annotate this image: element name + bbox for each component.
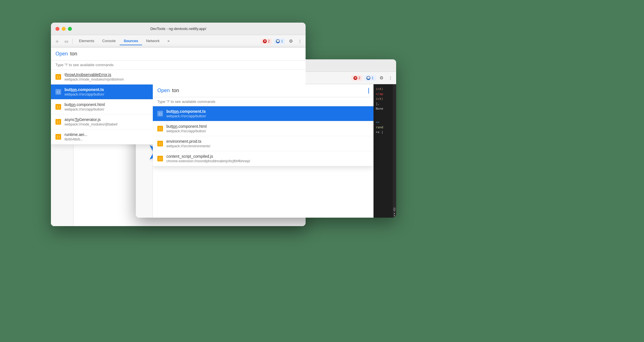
fg-cp-item-path-4: chrome-extension://noondiphcddnnabmjcihc… (166, 159, 250, 163)
bg-device-icon[interactable]: ▭ (62, 37, 70, 45)
bg-cp-item-info-2: button.component.ts webpack:///src/app/b… (65, 87, 104, 96)
fg-scrollbar[interactable]: ▲ ▼ (393, 84, 396, 218)
bg-close-button[interactable] (55, 27, 59, 31)
bg-cp-item-info-3: button.component.html webpack:///src/app… (65, 102, 105, 111)
fg-code-text-8: +x | (376, 130, 383, 135)
bg-titlebar: DevTools - ng-devtools.netlify.app/ (51, 23, 306, 35)
bg-cp-file-icon-1: { } (55, 74, 61, 80)
bg-minimize-button[interactable] (62, 27, 66, 31)
bg-cp-item-name-3: button.component.html (65, 102, 105, 107)
fg-more-button[interactable]: ⋮ (387, 74, 394, 82)
bg-cp-item-1[interactable]: { } throwUnobservableError.js webpack://… (51, 70, 306, 85)
bg-msg-icon: 💬 (276, 39, 280, 43)
fg-cp-item-info-3: environment.prod.ts webpack:///src/envir… (166, 139, 210, 148)
fg-code-line-5: None (376, 106, 394, 111)
fg-cp-item-1[interactable]: { } button.component.ts webpack:///src/a… (153, 106, 373, 121)
bg-cp-match-4: To (75, 117, 79, 122)
bg-nav-tabs: Elements Console Sources Network » (75, 37, 259, 45)
fg-scroll-up-icon[interactable]: ▲ (394, 212, 395, 215)
fg-cp-item-name-3: environment.prod.ts (166, 139, 210, 144)
bg-cp-file-icon-4: { } (55, 119, 61, 125)
bg-message-badge[interactable]: 💬 1 (274, 38, 285, 44)
fg-cp-item-path-2: webpack:///src/app/button/ (166, 129, 207, 133)
bg-cp-match-1: hrowUnobservableError.js (66, 72, 111, 77)
fg-code-text-5: None (376, 106, 383, 111)
bg-cp-hint: Type '?' to see available commands (51, 60, 306, 70)
fg-cp-hint: Type '?' to see available commands (153, 97, 373, 106)
fg-cp-item-name-4: content_script_compiled.js (166, 154, 250, 159)
bg-cp-item-info-4: asyncToGenerator.js webpack:///node_modu… (65, 117, 118, 126)
fg-code-line-8: +x | (376, 130, 394, 135)
fg-message-badge[interactable]: 💬 1 (364, 75, 376, 81)
fg-cp-input[interactable] (172, 88, 366, 94)
bg-cp-input[interactable] (70, 51, 301, 57)
bg-error-count: 2 (268, 39, 270, 43)
fg-code-line-6: => (376, 120, 394, 125)
fg-content-area: ick) </ap ick) ], None => rand +x | ▲ ▼ (153, 84, 396, 218)
bg-cp-item-path-5: lib/bh4tb/b... (65, 137, 87, 141)
fg-cp-match-1: ton (173, 109, 179, 114)
bg-tab-elements[interactable]: Elements (75, 37, 98, 45)
fg-code-text-7: rand (376, 125, 383, 130)
fg-error-icon: ✕ (353, 76, 357, 80)
bg-more-button[interactable]: ⋮ (297, 37, 303, 45)
bg-error-badge[interactable]: ✕ 2 (261, 38, 272, 44)
bg-window-title: DevTools - ng-devtools.netlify.app/ (150, 27, 206, 31)
bg-toolbar: ⊹ ▭ Elements Console Sources Network » ✕… (51, 35, 306, 47)
fg-cp-file-icon-3: { } (157, 141, 163, 146)
fg-cp-item-info-2: button.component.html webpack:///src/app… (166, 124, 207, 133)
fg-code-area: ick) </ap ick) ], None => rand +x | ▲ ▼ (373, 84, 396, 218)
bg-cp-item-path-1: webpack:///node_modules/rxjs/dist/esm (65, 77, 124, 81)
fg-cp-item-path-1: webpack:///src/app/button/ (166, 114, 206, 118)
fg-error-badge[interactable]: ✕ 2 (351, 75, 363, 81)
bg-cp-label: Open (55, 51, 68, 57)
fg-command-palette: Open Type '?' to see available commands … (153, 84, 373, 166)
fg-code-text-2: </ap (376, 92, 383, 97)
fg-code-line-3: ick) (376, 96, 394, 101)
fg-code-text-1: ick) (376, 86, 383, 92)
bg-tab-more[interactable]: » (164, 37, 173, 45)
fg-cp-file-icon-1: { } (157, 111, 163, 116)
fg-cursor-caret (368, 88, 369, 94)
fg-code-text-3: ick) (376, 96, 383, 101)
bg-cp-item-path-3: webpack:///src/app/button/ (65, 107, 105, 111)
bg-cp-item-info-5: runtime.aei... lib/bh4tb/b... (65, 132, 87, 141)
bg-cp-match-3: ton (70, 102, 75, 107)
bg-toolbar-sep (72, 38, 73, 44)
fg-error-count: 2 (359, 76, 360, 80)
bg-cp-item-name-4: asyncToGenerator.js (65, 117, 118, 122)
bg-settings-button[interactable]: ⚙ (287, 37, 295, 45)
bg-tab-console[interactable]: Console (98, 37, 120, 45)
fg-cp-label: Open (157, 88, 170, 94)
fg-cp-search-row: Open (153, 84, 373, 97)
bg-cp-item-name-1: throwUnobservableError.js (65, 72, 124, 77)
fg-main-content: Pa ▶ </ ick) </ap ick) ], None => rand +… (136, 84, 396, 218)
bg-toolbar-right: ✕ 2 💬 1 ⚙ ⋮ (261, 37, 303, 45)
fg-cp-file-icon-2: { } (157, 126, 163, 131)
fg-cp-item-name-1: button.component.ts (166, 109, 206, 114)
fg-cp-item-3[interactable]: { } environment.prod.ts webpack:///src/e… (153, 136, 373, 151)
fg-code-line-7: rand (376, 125, 394, 130)
fg-toolbar-right: ✕ 2 💬 1 ⚙ ⋮ (351, 74, 394, 82)
fg-scroll-down-icon[interactable]: ▼ (394, 215, 395, 217)
fg-cp-item-path-3: webpack:///src/environments/ (166, 144, 210, 148)
bg-cp-item-info-1: throwUnobservableError.js webpack:///nod… (65, 72, 124, 81)
bg-cp-file-icon-2: { } (55, 89, 61, 95)
fg-cp-item-2[interactable]: { } button.component.html webpack:///src… (153, 121, 373, 136)
fg-code-line-2: </ap (376, 92, 394, 97)
bg-tab-network[interactable]: Network (142, 37, 164, 45)
fg-code-text-6: => (376, 120, 379, 125)
fg-settings-button[interactable]: ⚙ (377, 74, 385, 82)
bg-cp-search-row: Open (51, 47, 306, 60)
fg-cp-item-name-2: button.component.html (166, 124, 207, 129)
fg-code-spacer (376, 111, 394, 120)
fg-cp-item-info-1: button.component.ts webpack:///src/app/b… (166, 109, 206, 118)
bg-inspect-icon[interactable]: ⊹ (53, 37, 61, 45)
bg-tab-sources[interactable]: Sources (120, 37, 142, 45)
fg-cp-item-info-4: content_script_compiled.js chrome-extens… (166, 154, 250, 163)
bg-traffic-lights (55, 27, 72, 31)
bg-cp-file-icon-5: { } (55, 134, 61, 140)
fg-cp-item-4[interactable]: { } content_script_compiled.js chrome-ex… (153, 151, 373, 166)
fg-cp-file-icon-4: { } (157, 156, 163, 161)
bg-maximize-button[interactable] (68, 27, 72, 31)
